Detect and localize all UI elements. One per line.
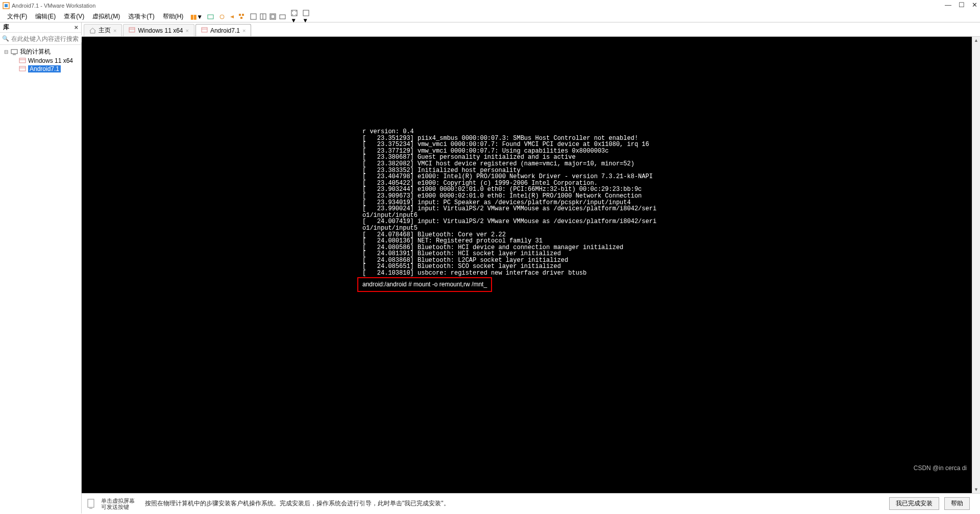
done-install-button[interactable]: 我已完成安装: [889, 497, 939, 510]
vm-icon: [129, 27, 135, 34]
library-search[interactable]: 🔍 ▼: [0, 33, 81, 45]
snapshot-icon[interactable]: [207, 13, 214, 20]
watermark: CSDN @in cerca di: [914, 464, 967, 472]
help-button[interactable]: 帮助: [944, 497, 970, 510]
view-single-icon[interactable]: [250, 13, 257, 20]
title-bar: Android7.1 - VMware Workstation — ☐ ✕: [0, 0, 980, 11]
svg-rect-21: [129, 28, 135, 32]
svg-rect-19: [19, 66, 26, 71]
menu-bar: 文件(F) 编辑(E) 查看(V) 虚拟机(M) 选项卡(T) 帮助(H) ▮▮…: [0, 11, 980, 22]
hint-line-b: 可发送按键: [101, 504, 135, 510]
status-message: 按照在物理计算机中的步骤安装客户机操作系统。完成安装后，操作系统会进行引导，此时…: [145, 499, 450, 508]
scroll-down-icon[interactable]: ▼: [974, 486, 978, 493]
svg-rect-14: [303, 10, 309, 16]
hint-icon: [87, 498, 96, 509]
window-title: Android7.1 - VMware Workstation: [12, 3, 95, 9]
library-tree: ⊟ 我的计算机 Windows 11 x64 Android7.1: [0, 45, 81, 75]
library-title: 库: [3, 23, 9, 32]
tab-close-icon[interactable]: ×: [185, 28, 188, 34]
maximize-button[interactable]: ☐: [959, 1, 965, 9]
vm-icon: [18, 66, 27, 72]
vm-console[interactable]: r version: 0.4 [ 23.351293] piix4_smbus …: [82, 37, 980, 493]
view-console-icon[interactable]: [269, 13, 277, 20]
tree-collapse-icon[interactable]: ⊟: [4, 49, 10, 55]
svg-rect-17: [19, 58, 26, 63]
tree-item-windows[interactable]: Windows 11 x64: [14, 57, 81, 65]
stretch-icon[interactable]: ▼: [302, 9, 310, 24]
tree-item-label: Windows 11 x64: [28, 57, 73, 64]
svg-rect-7: [251, 14, 256, 19]
pause-button[interactable]: ▮▮▼: [190, 13, 203, 20]
snapshot-manager-icon[interactable]: [238, 13, 246, 20]
menu-tabs[interactable]: 选项卡(T): [125, 11, 157, 22]
tab-close-icon[interactable]: ×: [113, 28, 116, 34]
svg-rect-25: [88, 499, 94, 507]
close-button[interactable]: ✕: [972, 1, 977, 9]
tab-android[interactable]: Android7.1 ×: [195, 24, 251, 36]
svg-rect-11: [271, 15, 275, 18]
library-header: 库 ×: [0, 22, 81, 33]
menu-edit[interactable]: 编辑(E): [32, 11, 59, 22]
scrollbar[interactable]: ▲ ▼: [972, 37, 980, 493]
tab-windows[interactable]: Windows 11 x64 ×: [123, 24, 194, 36]
tab-home[interactable]: 主页 ×: [84, 24, 122, 36]
computer-icon: [10, 49, 18, 55]
hint-line-a: 单击虚拟屏幕: [101, 498, 135, 504]
command-text: android:/android # mount -o remount,rw /…: [362, 281, 487, 288]
menu-vm[interactable]: 虚拟机(M): [89, 11, 123, 22]
svg-rect-12: [280, 15, 285, 19]
tree-root[interactable]: ⊟ 我的计算机: [0, 47, 81, 57]
menu-help[interactable]: 帮助(H): [160, 11, 187, 22]
svg-rect-23: [202, 28, 207, 32]
fullscreen-icon[interactable]: ▼: [290, 9, 298, 24]
library-panel: 库 × 🔍 ▼ ⊟ 我的计算机 Windows 11 x64 Android7: [0, 22, 82, 513]
svg-rect-5: [242, 14, 244, 16]
tab-label: Android7.1: [210, 27, 240, 34]
view-unity-icon[interactable]: [279, 13, 286, 20]
scroll-up-icon[interactable]: ▲: [974, 37, 978, 44]
minimize-button[interactable]: —: [945, 1, 951, 9]
vm-icon: [201, 27, 208, 34]
tree-root-label: 我的计算机: [20, 47, 51, 56]
app-icon: [3, 2, 10, 9]
svg-rect-2: [208, 15, 213, 19]
snapshot-revert-icon[interactable]: [228, 13, 236, 20]
status-bar: 单击虚拟屏幕 可发送按键 按照在物理计算机中的步骤安装客户机操作系统。完成安装后…: [82, 493, 980, 513]
vm-icon: [18, 58, 27, 64]
view-split-icon[interactable]: [259, 13, 267, 20]
snapshot-take-icon[interactable]: [218, 13, 226, 20]
console-output: r version: 0.4 [ 23.351293] piix4_smbus …: [362, 129, 656, 277]
window-controls: — ☐ ✕: [945, 1, 977, 9]
tab-label: Windows 11 x64: [138, 27, 183, 34]
search-icon: 🔍: [2, 35, 9, 42]
tree-item-label: Android7.1: [28, 65, 61, 72]
hint-text: 单击虚拟屏幕 可发送按键: [101, 498, 135, 510]
tab-label: 主页: [99, 26, 111, 35]
svg-rect-1: [5, 4, 8, 7]
menu-view[interactable]: 查看(V): [61, 11, 87, 22]
tab-bar: 主页 × Windows 11 x64 × Android7.1 ×: [82, 22, 980, 37]
main-area: 主页 × Windows 11 x64 × Android7.1 × r ver…: [82, 22, 980, 513]
svg-point-3: [220, 15, 224, 19]
svg-rect-15: [11, 50, 17, 54]
menu-file[interactable]: 文件(F): [4, 11, 30, 22]
svg-rect-4: [239, 14, 241, 16]
command-highlight: android:/android # mount -o remount,rw /…: [357, 277, 492, 292]
tab-close-icon[interactable]: ×: [242, 28, 246, 34]
search-input[interactable]: [11, 35, 88, 42]
home-icon: [89, 27, 96, 34]
tree-item-android[interactable]: Android7.1: [14, 65, 81, 73]
library-close-icon[interactable]: ×: [74, 23, 78, 31]
svg-rect-6: [240, 17, 242, 19]
